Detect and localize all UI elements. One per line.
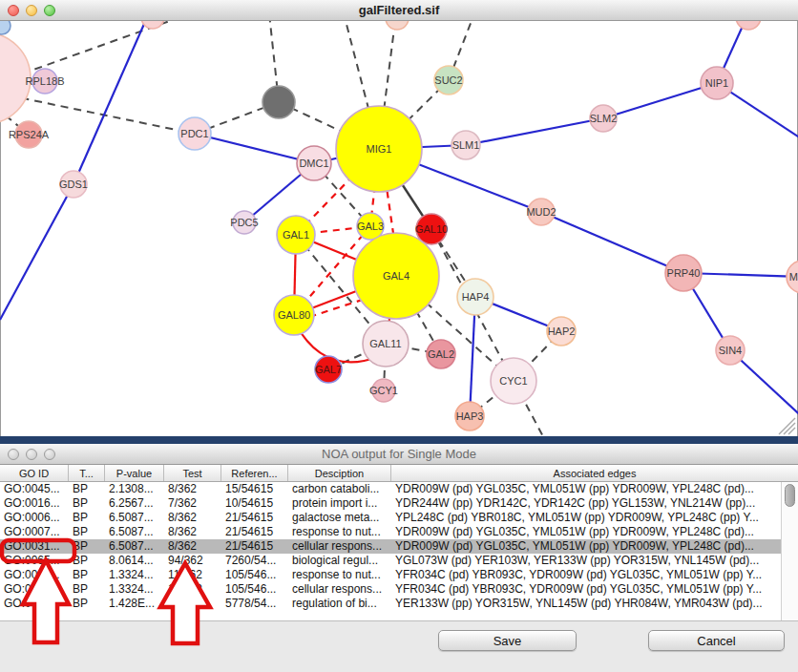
cell-description: response to nut... — [288, 568, 391, 582]
cell-description: regulation of bi... — [288, 597, 391, 611]
graph-node-label: CYC1 — [499, 375, 527, 387]
graph-node-partial-top-2[interactable] — [386, 21, 409, 30]
button-panel: Save Cancel — [0, 620, 798, 672]
cell-go-id: GO:0050... — [0, 597, 69, 611]
cell-reference: 10/54615 — [221, 496, 288, 511]
cell-p-value: 6.2567... — [105, 496, 164, 511]
table-row[interactable]: GO:0031...BP1.3324...11/362105/546...res… — [0, 568, 798, 582]
graph-edge — [195, 134, 314, 163]
vertical-scrollbar[interactable] — [781, 482, 798, 620]
cancel-button[interactable]: Cancel — [648, 630, 785, 651]
cell-reference: 21/54615 — [221, 525, 288, 539]
graph-node-label: DMC1 — [299, 158, 328, 169]
cell-go-id: GO:0016... — [0, 496, 69, 511]
noa-window-title: NOA output for Single Mode — [322, 447, 476, 461]
column-header-p-value[interactable]: P-value — [105, 465, 164, 481]
cell-description: response to nut... — [288, 525, 391, 539]
graph-window-titlebar: galFiltered.sif — [0, 0, 798, 21]
window-bottom-edge — [0, 436, 798, 444]
cell-test: 8/362 — [164, 525, 221, 539]
cell-associated-edges: YGL073W (pd) YER103W, YER133W (pp) YOR31… — [391, 554, 798, 568]
graph-node-partial-top-1[interactable] — [141, 21, 164, 29]
cell-associated-edges: YDR009W (pd) YGL035C, YML051W (pp) YDR00… — [391, 539, 798, 554]
table-row[interactable]: GO:0065...BP8.0614...94/3627260/54...bio… — [0, 554, 798, 568]
close-button[interactable] — [8, 5, 19, 16]
column-header-type[interactable]: T... — [69, 465, 105, 481]
cell-type: BP — [69, 597, 105, 611]
cell-test: 8/362 — [164, 482, 221, 496]
table-row[interactable]: GO:0007...BP6.5087...8/36221/54615respon… — [0, 525, 798, 539]
cell-reference: 21/54615 — [221, 539, 288, 554]
cell-type: BP — [69, 511, 105, 525]
zoom-button[interactable] — [44, 449, 55, 460]
minimize-button[interactable] — [26, 5, 37, 16]
graph-edge — [10, 21, 191, 78]
cell-type: BP — [69, 568, 105, 582]
minimize-button[interactable] — [26, 449, 37, 460]
cell-test: 11/362 — [164, 568, 221, 582]
graph-node-label: SIN4 — [719, 345, 742, 356]
cell-associated-edges: YFR034C (pd) YBR093C, YDR009W (pd) YGL03… — [391, 568, 798, 582]
cell-description: galactose meta... — [288, 511, 391, 525]
zoom-button[interactable] — [44, 5, 55, 16]
cell-reference: 105/546... — [221, 568, 288, 582]
table-row[interactable]: GO:0050...BP1.428E...80/3625778/54...reg… — [0, 597, 798, 611]
graph-node-label: GAL1 — [283, 229, 309, 241]
graph-node-label: GAL7 — [315, 364, 342, 375]
cell-test: 7/362 — [164, 496, 221, 511]
scrollbar-thumb[interactable] — [785, 484, 795, 507]
graph-node-label: GAL3 — [357, 220, 384, 232]
column-header-reference[interactable]: Referen... — [221, 465, 288, 481]
graph-node-label: MIG1 — [367, 143, 392, 155]
graph-node-label: GAL2 — [428, 348, 454, 360]
network-canvas[interactable]: RPL18BRPS24AGDS1PDC1DMC1MIG1SUC2SLM1SLM2… — [0, 21, 798, 436]
cell-associated-edges: YPL248C (pd) YBR018C, YML051W (pp) YDR00… — [391, 511, 798, 525]
cell-p-value: 8.0614... — [105, 554, 164, 568]
cell-reference: 15/54615 — [221, 482, 288, 496]
graph-edge — [541, 212, 683, 273]
graph-node-label: PRP40 — [667, 267, 701, 279]
table-row[interactable]: GO:0006...BP6.5087...8/36221/54615galact… — [0, 511, 798, 525]
graph-window-title: galFiltered.sif — [359, 3, 440, 17]
cell-test: 94/362 — [164, 554, 221, 568]
graph-node-unlabeled-gray[interactable] — [262, 86, 295, 118]
cell-reference: 105/546... — [221, 582, 288, 597]
column-header-description[interactable]: Desciption — [288, 465, 391, 481]
table-row[interactable]: GO:0031...BP1.3324...11/362105/546...cel… — [0, 582, 798, 597]
graph-node-label: HAP4 — [462, 291, 490, 303]
cell-associated-edges: YDR009W (pd) YGL035C, YML051W (pp) YDR00… — [391, 525, 798, 539]
table-row[interactable]: GO:0031...BP6.5087...8/36221/54615cellul… — [0, 539, 798, 554]
cell-associated-edges: YDR244W (pp) YDR142C, YDR142C (pp) YGL15… — [391, 496, 798, 511]
column-header-go-id[interactable]: GO ID — [0, 465, 69, 481]
cell-description: biological regul... — [288, 554, 391, 568]
cell-p-value: 1.428E... — [105, 597, 164, 611]
graph-node-label: GAL11 — [369, 338, 401, 349]
table-header: GO IDT...P-valueTestReferen...Desciption… — [0, 465, 798, 482]
cell-associated-edges: YDR009W (pd) YGL035C, YML051W (pp) YDR00… — [391, 482, 798, 496]
cell-type: BP — [69, 496, 105, 511]
cell-associated-edges: YFR034C (pd) YBR093C, YDR009W (pd) YGL03… — [391, 582, 798, 597]
column-header-associated-edges[interactable]: Associated edges — [391, 465, 798, 481]
table-row[interactable]: GO:0016...BP6.2567...7/36210/54615protei… — [0, 496, 798, 511]
save-button[interactable]: Save — [438, 630, 577, 651]
graph-node-label: GAL10 — [415, 223, 448, 235]
cell-test: 80/362 — [164, 597, 221, 611]
cell-reference: 7260/54... — [221, 554, 288, 568]
cell-description: protein import i... — [288, 496, 391, 511]
close-button[interactable] — [8, 449, 19, 460]
column-header-test[interactable]: Test — [164, 465, 221, 481]
graph-node-unlabeled-corner[interactable] — [0, 21, 10, 34]
graph-node-label: GAL80 — [278, 309, 310, 321]
graph-node-partial-top-3[interactable] — [736, 21, 761, 30]
cell-go-id: GO:0006... — [0, 511, 69, 525]
screen: { "window_graph": { "title": "galFiltere… — [0, 0, 798, 672]
table-row[interactable]: GO:0045...BP2.1308...8/36215/54615carbon… — [0, 482, 798, 496]
graph-node-label: HAP3 — [456, 410, 484, 422]
cell-go-id: GO:0031... — [0, 582, 69, 597]
cell-type: BP — [69, 554, 105, 568]
graph-node-label: SLM2 — [590, 113, 618, 124]
graph-window: galFiltered.sif RPL18BRPS24AGDS1PDC1DMC1… — [0, 0, 798, 444]
graph-node-label: SLM1 — [452, 139, 480, 151]
cell-test: 11/362 — [164, 582, 221, 597]
cell-type: BP — [69, 582, 105, 597]
